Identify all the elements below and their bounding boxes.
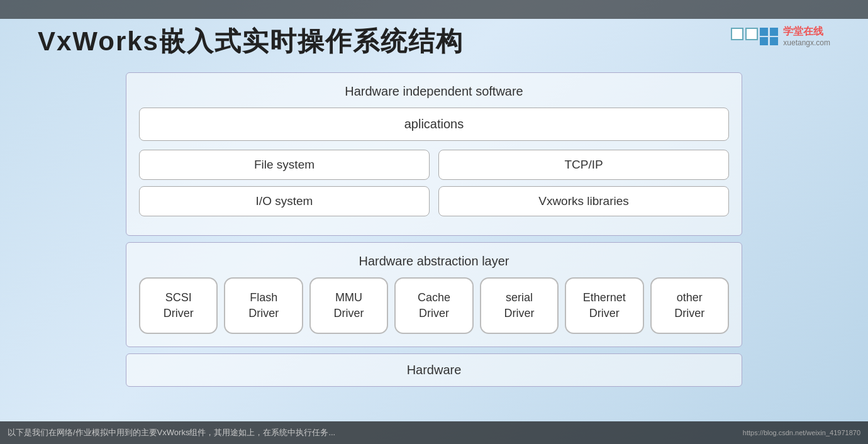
hardware-label: Hardware — [407, 363, 462, 377]
hw-independent-section: Hardware independent software aplication… — [126, 72, 742, 236]
driver-box: EthernetDriver — [565, 277, 643, 334]
logo-squares-group — [760, 28, 778, 45]
bottom-bar-text: 以下是我们在网络/作业模拟中用到的主要VxWorks组件，其用途如上，在系统中执… — [8, 427, 335, 438]
driver-box: SCSIDriver — [139, 277, 218, 334]
logo: 学堂在线 xuetangx.com — [731, 25, 830, 47]
hardware-section: Hardware — [126, 353, 742, 387]
driver-box: CacheDriver — [394, 277, 473, 334]
driver-box: FlashDriver — [224, 277, 303, 334]
logo-text: 学堂在线 — [783, 25, 830, 38]
row2: I/O system Vxworks libraries — [139, 186, 729, 216]
logo-domain: xuetangx.com — [783, 38, 830, 47]
hw-abstraction-section: Hardware abstraction layer SCSIDriverFla… — [126, 242, 742, 347]
applications-box: aplications — [139, 108, 729, 141]
driver-box: MMUDriver — [309, 277, 388, 334]
driver-box: otherDriver — [650, 277, 729, 334]
top-bar — [0, 0, 868, 19]
hw-independent-label: Hardware independent software — [139, 84, 729, 99]
io-system-box: I/O system — [139, 186, 430, 216]
tcpip-box: TCP/IP — [438, 150, 729, 180]
file-system-box: File system — [139, 150, 430, 180]
vxworks-libraries-box: Vxworks libraries — [438, 186, 729, 216]
hw-abstraction-label: Hardware abstraction layer — [139, 254, 729, 269]
bottom-bar: 以下是我们在网络/作业模拟中用到的主要VxWorks组件，其用途如上，在系统中执… — [0, 421, 868, 444]
page-title: VxWorks嵌入式实时操作系统结构 — [38, 24, 464, 59]
logo-icon — [731, 28, 778, 45]
drivers-row: SCSIDriverFlashDriverMMUDriverCacheDrive… — [139, 277, 729, 334]
bottom-bar-url: https://blog.csdn.net/weixin_41971870 — [743, 429, 860, 436]
row1: File system TCP/IP — [139, 150, 729, 180]
driver-box: serialDriver — [480, 277, 559, 334]
diagram: Hardware independent software aplication… — [126, 72, 742, 415]
